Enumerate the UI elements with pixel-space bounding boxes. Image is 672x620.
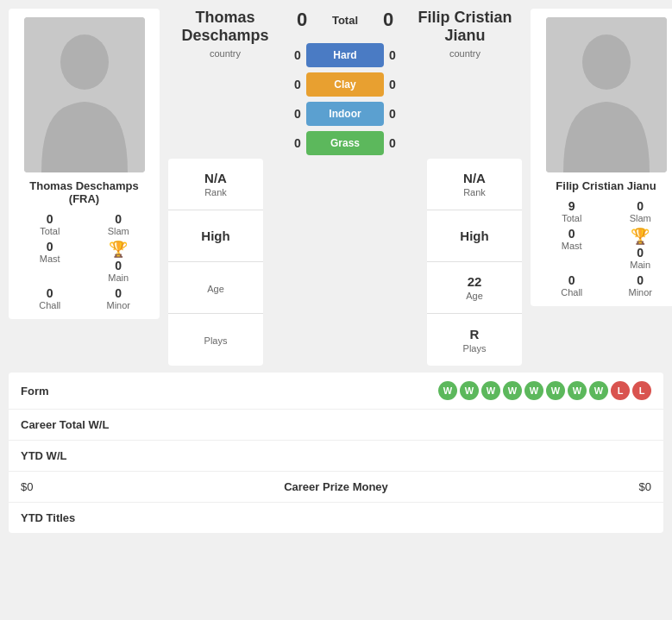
left-mast-stat: 0 Mast [17,240,83,283]
right-header-block: Filip Cristian Jianu country [405,9,525,59]
right-stats-panel: N/A Rank High 22 Age R Plays [427,159,522,366]
left-prize: $0 [21,480,33,493]
left-trophy-icon: 🏆 [109,240,128,259]
right-age-cell: 22 Age [427,262,522,314]
surface-row-clay: 0 Clay 0 [289,72,401,97]
ytd-titles-label: YTD Titles [21,511,75,524]
career-total-row: Career Total W/L [9,410,663,441]
form-badge-w: W [568,381,587,400]
left-chall-stat: 0 Chall [17,286,83,310]
left-rank-cell: N/A Rank [168,159,263,210]
left-total-score: 0 [289,9,315,31]
right-trophy-cell: 🏆 0 Main [608,227,673,270]
left-plays-cell: Plays [168,314,263,366]
left-header-block: Thomas Deschamps country [165,9,286,59]
right-country: country [449,48,480,59]
form-badge-l: L [611,381,630,400]
right-total-score: 0 [375,9,401,31]
left-trophy-cell: 🏆 0 Main [86,240,152,283]
left-high-cell: High [168,210,263,262]
form-label: Form [21,385,49,398]
right-player-card: Filip Cristian Jianu 9 Total 0 Slam 0 Ma… [531,9,672,306]
center-scores: 0 Total 0 0 Hard 0 0 Clay 0 0 Indoor 0 0… [289,9,401,155]
right-trophy-icon: 🏆 [631,227,650,246]
left-stats-panel: N/A Rank High Age Plays [168,159,263,366]
total-label: Total [332,14,358,27]
left-country: country [210,48,241,59]
right-high-cell: High [427,210,522,262]
svg-point-1 [60,34,109,90]
form-badge-w: W [503,381,522,400]
right-mast-stat: 0 Mast [539,227,605,270]
surface-row-indoor: 0 Indoor 0 [289,102,401,126]
career-total-label: Career Total W/L [21,418,109,431]
form-badge-w: W [460,381,479,400]
svg-point-3 [582,34,631,90]
form-badges: WWWWWWWWLL [438,381,651,400]
form-badge-l: L [632,381,651,400]
form-badge-w: W [438,381,457,400]
ytd-titles-row: YTD Titles [9,503,663,533]
right-minor-stat: 0 Minor [608,273,673,297]
ytd-wl-label: YTD W/L [21,449,66,462]
form-badge-w: W [481,381,500,400]
left-player-avatar [24,17,145,172]
right-rank-cell: N/A Rank [427,159,522,210]
right-plays-cell: R Plays [427,314,522,366]
left-minor-stat: 0 Minor [86,286,152,310]
surface-row-hard: 0 Hard 0 [289,43,401,67]
left-player-card: Thomas Deschamps (FRA) 0 Total 0 Slam 0 … [9,9,160,319]
career-prize-label: Career Prize Money [284,480,388,493]
form-badge-w: W [589,381,608,400]
left-total-stat: 0 Total [17,212,83,236]
form-badge-w: W [524,381,543,400]
form-badge-w: W [546,381,565,400]
bottom-rows: Form WWWWWWWWLL Career Total W/L YTD W/L… [9,373,663,533]
ytd-wl-row: YTD W/L [9,441,663,472]
right-player-avatar [546,17,667,172]
left-slam-stat: 0 Slam [86,212,152,236]
right-player-name: Filip Cristian Jianu [556,179,656,192]
right-chall-stat: 0 Chall [539,273,605,297]
right-slam-stat: 0 Slam [608,199,673,223]
surface-row-grass: 0 Grass 0 [289,131,401,155]
right-title: Filip Cristian Jianu [405,9,525,45]
right-total-stat: 9 Total [539,199,605,223]
right-prize: $0 [639,480,651,493]
career-prize-row: $0 Career Prize Money $0 [9,472,663,503]
left-player-name: Thomas Deschamps (FRA) [29,179,138,205]
left-title: Thomas Deschamps [165,9,286,45]
left-age-cell: Age [168,262,263,314]
form-row: Form WWWWWWWWLL [9,373,663,410]
